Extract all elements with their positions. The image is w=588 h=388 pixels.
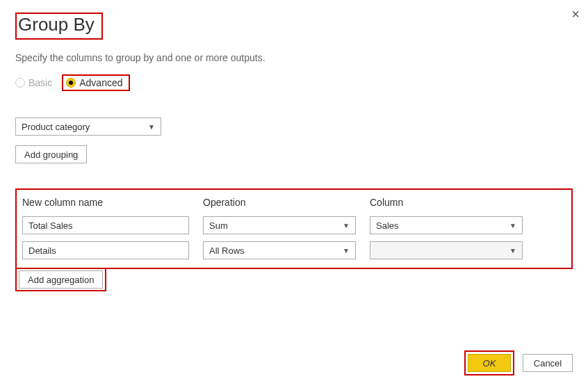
chevron-down-icon: ▼ xyxy=(509,247,516,254)
add-aggregation-button[interactable]: Add aggregation xyxy=(19,270,103,289)
grouping-column-value: Product category xyxy=(22,122,144,132)
add-grouping-button[interactable]: Add grouping xyxy=(15,145,87,163)
radio-icon xyxy=(66,78,76,88)
chevron-down-icon: ▼ xyxy=(148,123,155,131)
agg-name-input[interactable]: Details xyxy=(22,241,189,259)
chevron-down-icon: ▼ xyxy=(343,222,350,229)
radio-basic-label: Basic xyxy=(28,77,52,88)
ok-button[interactable]: OK xyxy=(468,354,511,372)
dialog-title: Group By xyxy=(18,14,97,37)
aggregations-highlight: New column name Operation Column Total S… xyxy=(15,188,573,269)
agg-name-input[interactable]: Total Sales xyxy=(22,216,189,234)
advanced-highlight: Advanced xyxy=(62,74,129,91)
title-highlight: Group By xyxy=(15,13,103,40)
grouping-column-select[interactable]: Product category ▼ xyxy=(15,118,161,136)
col-header-column: Column xyxy=(370,197,523,209)
grouping-section: Product category ▼ Add grouping xyxy=(15,118,573,163)
aggregations-grid: New column name Operation Column Total S… xyxy=(22,197,566,259)
col-header-name: New column name xyxy=(22,197,189,209)
agg-column-select: ▼ xyxy=(370,241,523,259)
agg-operation-select[interactable]: Sum ▼ xyxy=(203,216,356,234)
col-header-operation: Operation xyxy=(203,197,356,209)
chevron-down-icon: ▼ xyxy=(509,222,516,229)
ok-highlight: OK xyxy=(464,350,514,375)
cancel-button[interactable]: Cancel xyxy=(523,354,573,372)
dialog-subtitle: Specify the columns to group by and one … xyxy=(15,52,573,63)
add-aggregation-highlight: Add aggregation xyxy=(15,268,106,291)
agg-operation-select[interactable]: All Rows ▼ xyxy=(203,241,356,259)
agg-column-select[interactable]: Sales ▼ xyxy=(370,216,523,234)
radio-advanced-label: Advanced xyxy=(79,77,122,88)
mode-radio-group: Basic Advanced xyxy=(15,74,573,91)
radio-advanced[interactable]: Advanced xyxy=(66,77,122,88)
chevron-down-icon: ▼ xyxy=(343,247,350,254)
radio-icon xyxy=(15,78,25,88)
radio-basic[interactable]: Basic xyxy=(15,77,52,88)
close-icon[interactable]: × xyxy=(571,7,580,21)
dialog-footer: OK Cancel xyxy=(464,350,573,375)
